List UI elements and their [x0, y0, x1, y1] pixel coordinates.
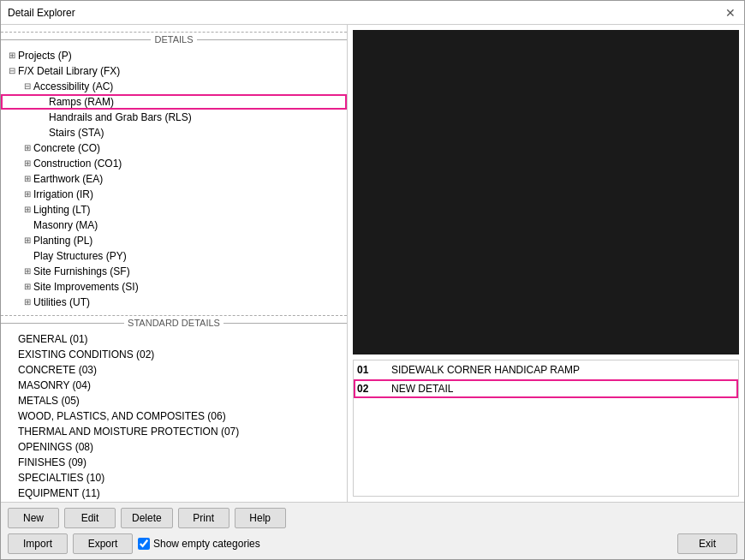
tree-item-masonry[interactable]: Masonry (MA): [1, 217, 347, 233]
detail-row-01[interactable]: 01SIDEWALK CORNER HANDICAP RAMP: [354, 360, 738, 379]
tree-item-utilities[interactable]: ⊞Utilities (UT): [1, 295, 347, 310]
tree-item-openings[interactable]: OPENINGS (08): [1, 439, 347, 455]
expand-icon-planting[interactable]: ⊞: [21, 235, 33, 247]
tree-label-planting: Planting (PL): [33, 234, 92, 247]
tree-label-metals: METALS (05): [18, 394, 80, 408]
expand-icon-specialties[interactable]: [6, 472, 18, 484]
expand-icon-site-furnishings[interactable]: ⊞: [21, 265, 33, 277]
expand-icon-openings[interactable]: [6, 441, 18, 453]
tree-item-finishes[interactable]: FINISHES (09): [1, 455, 347, 470]
expand-icon-concrete-std[interactable]: [6, 364, 18, 376]
tree-container[interactable]: DETAILS ⊞Projects (P)⊟F/X Detail Library…: [1, 25, 347, 502]
tree-label-projects: Projects (P): [18, 49, 72, 63]
detail-list[interactable]: 01SIDEWALK CORNER HANDICAP RAMP02NEW DET…: [353, 360, 739, 497]
tree-item-accessibility[interactable]: ⊟Accessibility (AC): [1, 79, 347, 94]
expand-icon-accessibility[interactable]: ⊟: [21, 80, 33, 92]
main-window: Detail Explorer ✕ DETAILS ⊞Projects (P)⊟…: [0, 0, 745, 560]
expand-icon-metals[interactable]: [6, 395, 18, 407]
tree-item-site-improvements[interactable]: ⊞Site Improvements (SI): [1, 279, 347, 295]
tree-item-handrails[interactable]: Handrails and Grab Bars (RLS): [1, 110, 347, 125]
expand-icon-masonry[interactable]: [21, 219, 33, 231]
show-empty-checkbox[interactable]: [138, 538, 150, 550]
tree-label-concrete: Concrete (CO): [33, 141, 100, 155]
expand-icon-concrete[interactable]: ⊞: [21, 142, 33, 154]
expand-icon-irrigation[interactable]: ⊞: [21, 188, 33, 200]
expand-icon-earthwork[interactable]: ⊞: [21, 173, 33, 185]
tree-item-wood-plastics[interactable]: WOOD, PLASTICS, AND COMPOSITES (06): [1, 408, 347, 424]
new-button[interactable]: New: [8, 508, 59, 528]
help-button[interactable]: Help: [235, 508, 286, 528]
tree-label-handrails: Handrails and Grab Bars (RLS): [49, 110, 192, 124]
tree-item-furnishings[interactable]: ⊞FURNISHINGS (12): [1, 501, 347, 502]
tree-item-stairs[interactable]: Stairs (STA): [1, 125, 347, 140]
expand-icon-handrails[interactable]: [37, 111, 49, 123]
exit-button[interactable]: Exit: [677, 533, 737, 554]
export-button[interactable]: Export: [73, 533, 133, 554]
tree-item-site-furnishings[interactable]: ⊞Site Furnishings (SF): [1, 264, 347, 279]
tree-item-projects[interactable]: ⊞Projects (P): [1, 48, 347, 63]
secondary-row: Import Export Show empty categories Exit: [8, 533, 737, 554]
right-panel: 01SIDEWALK CORNER HANDICAP RAMP02NEW DET…: [348, 25, 744, 502]
tree-label-existing-conditions: EXISTING CONDITIONS (02): [18, 348, 154, 361]
tree-label-specialties: SPECIALTIES (10): [18, 471, 104, 485]
tree-item-irrigation[interactable]: ⊞Irrigation (IR): [1, 187, 347, 202]
expand-icon-construction[interactable]: ⊞: [21, 158, 33, 170]
bottom-bar: New Edit Delete Print Help Import Export…: [1, 502, 744, 559]
expand-icon-equipment[interactable]: [6, 487, 18, 499]
expand-icon-existing-conditions[interactable]: [6, 349, 18, 360]
tree-item-planting[interactable]: ⊞Planting (PL): [1, 233, 347, 248]
main-content: DETAILS ⊞Projects (P)⊟F/X Detail Library…: [1, 25, 744, 502]
tree-item-construction[interactable]: ⊞Construction (CO1): [1, 156, 347, 171]
tree-label-masonry-std: MASONRY (04): [18, 378, 91, 392]
tree-item-equipment[interactable]: EQUIPMENT (11): [1, 486, 347, 501]
expand-icon-utilities[interactable]: ⊞: [21, 296, 33, 308]
delete-button[interactable]: Delete: [121, 508, 173, 528]
tree-item-masonry-std[interactable]: MASONRY (04): [1, 378, 347, 393]
import-button[interactable]: Import: [8, 533, 68, 554]
expand-icon-masonry-std[interactable]: [6, 379, 18, 391]
tree-item-specialties[interactable]: SPECIALTIES (10): [1, 470, 347, 486]
detail-name-01: SIDEWALK CORNER HANDICAP RAMP: [391, 362, 580, 378]
tree-label-concrete-std: CONCRETE (03): [18, 363, 97, 377]
standard-items: GENERAL (01)EXISTING CONDITIONS (02)CONC…: [1, 331, 347, 502]
tree-item-lighting[interactable]: ⊞Lighting (LT): [1, 202, 347, 217]
expand-icon-play-structures[interactable]: [21, 250, 33, 262]
tree-label-thermal: THERMAL AND MOISTURE PROTECTION (07): [18, 425, 239, 438]
expand-icon-fx-library[interactable]: ⊟: [6, 65, 18, 77]
tree-item-concrete-std[interactable]: CONCRETE (03): [1, 362, 347, 378]
tree-items: ⊞Projects (P)⊟F/X Detail Library (FX)⊟Ac…: [1, 48, 347, 310]
tree-item-metals[interactable]: METALS (05): [1, 393, 347, 408]
expand-icon-thermal[interactable]: [6, 426, 18, 438]
tree-item-thermal[interactable]: THERMAL AND MOISTURE PROTECTION (07): [1, 424, 347, 439]
tree-label-general: GENERAL (01): [18, 332, 88, 346]
window-title: Detail Explorer: [8, 7, 75, 19]
expand-icon-site-improvements[interactable]: ⊞: [21, 281, 33, 293]
tree-item-general[interactable]: GENERAL (01): [1, 331, 347, 347]
detail-rows: 01SIDEWALK CORNER HANDICAP RAMP02NEW DET…: [354, 360, 738, 398]
tree-item-concrete[interactable]: ⊞Concrete (CO): [1, 140, 347, 156]
expand-icon-projects[interactable]: ⊞: [6, 50, 18, 62]
print-button[interactable]: Print: [178, 508, 229, 528]
tree-item-fx-library[interactable]: ⊟F/X Detail Library (FX): [1, 63, 347, 79]
tree-label-equipment: EQUIPMENT (11): [18, 486, 100, 500]
expand-icon-ramps[interactable]: [37, 96, 49, 108]
detail-num-01: 01: [357, 362, 391, 378]
tree-label-masonry: Masonry (MA): [33, 218, 98, 232]
tree-label-play-structures: Play Structures (PY): [33, 249, 127, 263]
tree-item-existing-conditions[interactable]: EXISTING CONDITIONS (02): [1, 347, 347, 362]
tree-label-stairs: Stairs (STA): [49, 126, 104, 140]
edit-button[interactable]: Edit: [64, 508, 116, 528]
show-empty-label[interactable]: Show empty categories: [138, 538, 260, 550]
expand-icon-stairs[interactable]: [37, 127, 49, 139]
tree-item-earthwork[interactable]: ⊞Earthwork (EA): [1, 171, 347, 187]
expand-icon-lighting[interactable]: ⊞: [21, 204, 33, 216]
detail-row-02[interactable]: 02NEW DETAIL: [354, 379, 738, 398]
close-button[interactable]: ✕: [724, 6, 737, 20]
tree-item-ramps[interactable]: Ramps (RAM): [1, 94, 347, 110]
expand-icon-finishes[interactable]: [6, 456, 18, 468]
expand-icon-wood-plastics[interactable]: [6, 410, 18, 422]
tree-item-play-structures[interactable]: Play Structures (PY): [1, 248, 347, 264]
expand-icon-general[interactable]: [6, 333, 18, 345]
tree-label-accessibility: Accessibility (AC): [33, 80, 113, 93]
tree-label-utilities: Utilities (UT): [33, 295, 90, 309]
